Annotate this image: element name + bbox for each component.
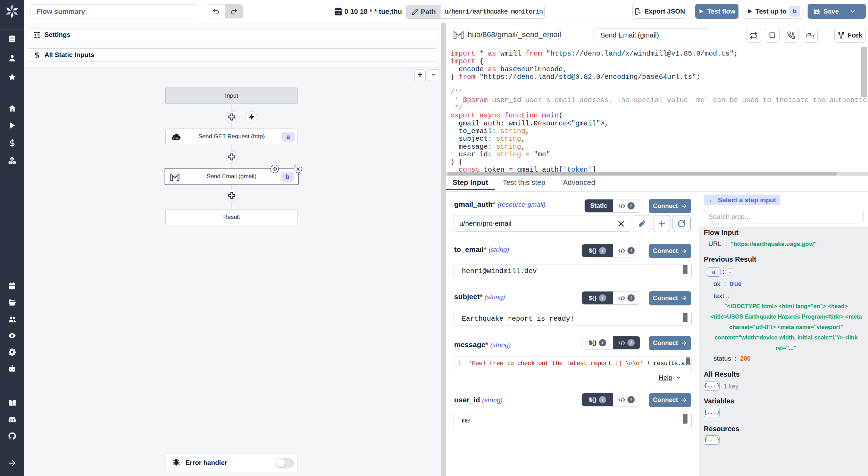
svg-text:HTTP: HTTP bbox=[173, 137, 178, 139]
